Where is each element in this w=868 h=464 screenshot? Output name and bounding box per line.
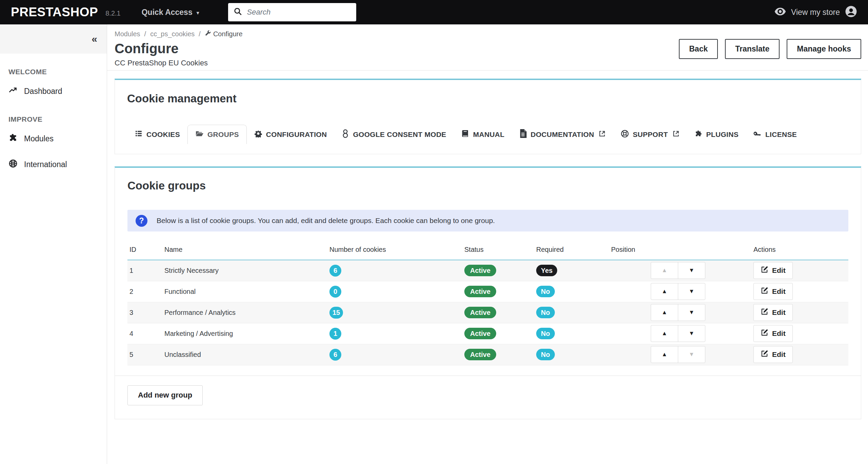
search-box[interactable] [228,3,356,21]
sidebar-item-dashboard[interactable]: Dashboard [8,81,107,102]
move-up-button[interactable]: ▲ [651,304,678,321]
cell-name: Functional [162,281,327,302]
tab-manual[interactable]: MANUAL [454,125,512,144]
search-icon [234,7,242,17]
sidebar-item-modules[interactable]: Modules [8,128,107,149]
tab-google-consent-mode[interactable]: GOOGLE CONSENT MODE [334,125,453,144]
edit-button[interactable]: Edit [753,304,793,321]
edit-icon [761,287,768,296]
add-new-group-button[interactable]: Add new group [127,385,203,405]
tab-license[interactable]: LICENSE [746,125,804,144]
cell-name: Unclassified [162,344,327,365]
cell-status: Active [462,302,534,323]
life-ring-icon [621,129,629,140]
sidebar-section-welcome: WELCOME [8,68,107,76]
cookie-groups-panel: Cookie groups ? Below is a list of cooki… [115,166,861,419]
avatar-icon[interactable] [845,5,857,19]
cookie-count-badge: 6 [329,265,341,277]
cell-status: Active [462,260,534,281]
folder-icon [195,129,204,140]
breadcrumb-separator: / [199,30,201,38]
cell-cookie-count: 6 [327,260,462,281]
collapse-sidebar-icon[interactable]: « [92,34,97,44]
edit-icon [761,350,768,359]
sidebar-item-label: Modules [24,134,54,143]
move-up-button[interactable]: ▲ [651,325,678,342]
manage-hooks-button[interactable]: Manage hooks [787,39,861,59]
cell-status: Active [462,323,534,344]
table-row: 2 Functional 0 Active No ▲ ▼ [127,281,848,302]
breadcrumb-current: Configure [205,30,243,38]
tab-configuration[interactable]: CONFIGURATION [247,125,335,144]
edit-button[interactable]: Edit [753,283,793,300]
page-subtitle: CC PrestaShop EU Cookies [115,59,861,67]
puzzle-icon [8,133,18,144]
breadcrumb: Modules / cc_ps_cookies / Configure [115,30,861,38]
required-badge: No [536,286,555,297]
cell-actions: Edit [751,260,848,281]
status-badge: Active [464,265,496,276]
move-down-button[interactable]: ▼ [678,262,705,279]
cell-id: 2 [127,281,162,302]
col-header-actions: Actions [751,246,848,260]
col-header-required: Required [534,246,609,260]
status-badge: Active [464,349,496,360]
sidebar-item-label: Dashboard [24,87,62,96]
move-down-button[interactable]: ▼ [678,304,705,321]
cell-cookie-count: 0 [327,281,462,302]
info-alert-text: Below is a list of cookie groups. You ca… [157,217,495,225]
col-header-position: Position [609,246,751,260]
cookie-count-badge: 6 [329,349,341,361]
edit-button[interactable]: Edit [753,325,793,342]
tab-plugins[interactable]: PLUGINS [687,125,746,144]
cell-required: Yes [534,260,609,281]
edit-button[interactable]: Edit [753,346,793,363]
sidebar-item-international[interactable]: International [8,154,107,175]
cell-required: No [534,323,609,344]
trending-up-icon [8,86,18,97]
required-badge: No [536,349,555,360]
status-badge: Active [464,307,496,318]
move-down-button[interactable]: ▼ [678,325,705,342]
info-alert: ? Below is a list of cookie groups. You … [127,210,848,231]
cell-position: ▲ ▼ [609,302,751,323]
tab-support[interactable]: SUPPORT [613,125,687,144]
tab-groups[interactable]: GROUPS [187,125,247,144]
status-badge: Active [464,328,496,339]
quick-access-menu[interactable]: Quick Access ▼ [142,8,200,17]
cell-position: ▲ ▼ [609,323,751,344]
cell-required: No [534,344,609,365]
required-badge: No [536,328,555,339]
move-up-button[interactable]: ▲ [651,346,678,363]
move-up-button[interactable]: ▲ [651,262,678,279]
book-icon [461,129,469,139]
cell-id: 1 [127,260,162,281]
document-icon [519,129,527,140]
key-icon [753,129,762,139]
col-header-id: ID [127,246,162,260]
col-header-status: Status [462,246,534,260]
search-input[interactable] [247,8,351,17]
edit-button[interactable]: Edit [753,262,793,279]
question-circle-icon: ? [136,215,147,227]
breadcrumb-modules[interactable]: Modules [115,30,140,38]
move-down-button[interactable]: ▼ [678,283,705,300]
eye-icon [774,7,786,17]
translate-button[interactable]: Translate [725,39,780,59]
back-button[interactable]: Back [679,39,718,59]
list-icon [135,129,143,139]
globe-icon [8,159,18,170]
topbar: PRESTASHOP 8.2.1 Quick Access ▼ View my … [0,0,868,24]
view-my-store-link[interactable]: View my store [791,8,840,17]
cookie-groups-table: ID Name Number of cookies Status Require… [127,246,848,365]
move-down-button[interactable]: ▼ [678,346,705,363]
move-up-button[interactable]: ▲ [651,283,678,300]
breadcrumb-module-name[interactable]: cc_ps_cookies [150,30,195,38]
breadcrumb-separator: / [144,30,146,38]
tab-cookies[interactable]: COOKIES [127,125,187,144]
sidebar-header: « [0,24,107,54]
cookie-count-badge: 0 [329,286,341,298]
tab-documentation[interactable]: DOCUMENTATION [512,125,613,144]
cell-id: 4 [127,323,162,344]
edit-icon [761,308,768,317]
